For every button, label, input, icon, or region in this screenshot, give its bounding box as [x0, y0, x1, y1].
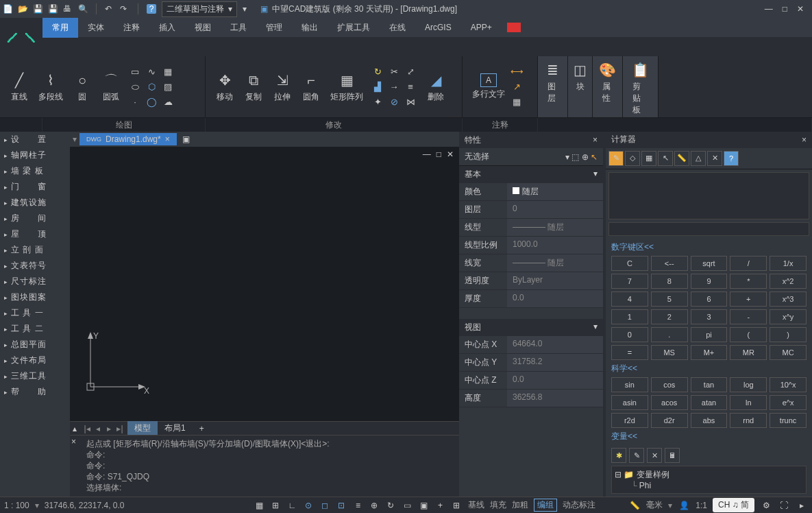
- boundary-icon[interactable]: ▨: [162, 81, 174, 93]
- calc-10x[interactable]: 10^x: [770, 377, 807, 392]
- sb-fill[interactable]: 填充: [490, 499, 506, 511]
- tab-output[interactable]: 输出: [292, 18, 328, 38]
- qat-save-icon[interactable]: 💾: [33, 4, 42, 14]
- array-button[interactable]: ▦矩形阵列: [326, 59, 367, 115]
- block-button[interactable]: ◫块: [574, 59, 587, 94]
- nav-last-icon[interactable]: ▸|: [115, 424, 125, 433]
- polar-icon[interactable]: ⊙: [302, 499, 315, 512]
- move-button[interactable]: ✥移动: [211, 59, 238, 115]
- calc-5[interactable]: 5: [651, 291, 688, 307]
- lp-tools1[interactable]: 工 具 一: [0, 305, 70, 321]
- join-icon[interactable]: ⋈: [404, 96, 417, 108]
- model-icon[interactable]: ▭: [401, 499, 413, 512]
- calc-abs[interactable]: abs: [691, 413, 728, 428]
- close-icon[interactable]: ✕: [797, 4, 804, 14]
- point-icon[interactable]: ∙: [129, 96, 141, 108]
- calc-dist-icon[interactable]: 📏: [674, 151, 689, 166]
- spline-icon[interactable]: ∿: [145, 66, 158, 78]
- lp-3dtools[interactable]: 三维工具: [0, 368, 70, 384]
- pickadd-icon[interactable]: ⊕: [582, 152, 589, 162]
- calc-9[interactable]: 9: [691, 274, 728, 289]
- minimize-icon[interactable]: —: [765, 4, 773, 14]
- new-tab-button[interactable]: ▣: [177, 133, 195, 145]
- panel-close-icon[interactable]: ×: [593, 135, 598, 145]
- calc-acos[interactable]: acos: [651, 395, 688, 410]
- scale-display[interactable]: 1 : 100: [4, 501, 29, 510]
- qat-saveas-icon[interactable]: 💾: [48, 4, 58, 14]
- person-icon[interactable]: 👤: [678, 499, 690, 512]
- sb-baseline[interactable]: 基线: [468, 499, 484, 511]
- calc-history-icon[interactable]: ◇: [625, 151, 640, 166]
- layout-tab[interactable]: 布局1: [158, 421, 193, 436]
- tab-app[interactable]: APP+: [461, 19, 502, 36]
- leader-icon[interactable]: ↗: [510, 81, 523, 93]
- prop-row-height[interactable]: 高度36256.8: [459, 390, 603, 407]
- lp-wall-beam[interactable]: 墙 梁 板: [0, 163, 70, 179]
- calc-trunc[interactable]: trunc: [770, 413, 807, 428]
- qat-redo-icon[interactable]: ↷: [120, 4, 130, 14]
- nav-prev-icon[interactable]: ◂: [93, 424, 103, 433]
- prop-row-lweight[interactable]: 线宽———— 随层: [459, 254, 603, 272]
- tab-insert[interactable]: 插入: [149, 18, 185, 38]
- calc-mc[interactable]: MC: [770, 345, 807, 360]
- calc-clear-icon[interactable]: ✎: [608, 151, 624, 166]
- lp-settings[interactable]: 设 置: [0, 132, 70, 147]
- prop-row-cx[interactable]: 中心点 X64664.0: [459, 336, 603, 354]
- calc-ex[interactable]: e^x: [770, 395, 807, 410]
- var-calc-icon[interactable]: 🖩: [665, 448, 680, 463]
- donut-icon[interactable]: ◯: [145, 96, 158, 108]
- tab-manage[interactable]: 管理: [256, 18, 292, 38]
- cycle-icon[interactable]: ↻: [384, 499, 397, 512]
- viewport-maximize-icon[interactable]: □: [436, 150, 441, 159]
- ortho-icon[interactable]: ∟: [286, 499, 298, 512]
- line-button[interactable]: ╱直线: [5, 59, 33, 115]
- var-del-icon[interactable]: ✕: [647, 448, 662, 463]
- sb-bold[interactable]: 加粗: [512, 499, 528, 511]
- calc-input[interactable]: [608, 222, 809, 236]
- numpad-header[interactable]: 数字键区<<: [606, 239, 812, 256]
- model-tab[interactable]: 模型: [127, 421, 158, 436]
- prop-row-color[interactable]: 颜色随层: [459, 183, 603, 201]
- calc-0[interactable]: 0: [611, 327, 648, 342]
- grid-icon[interactable]: ▦: [253, 499, 265, 512]
- select-icon[interactable]: ↖: [591, 152, 598, 162]
- calc-r2d[interactable]: r2d: [611, 413, 648, 428]
- calc-ln[interactable]: ln: [730, 395, 767, 410]
- mtext-button[interactable]: A多行文字: [468, 59, 509, 115]
- break-icon[interactable]: ⊘: [388, 96, 400, 108]
- workspace-dropdown[interactable]: 二维草图与注释 ▾: [162, 1, 237, 17]
- extend-icon[interactable]: →: [388, 81, 400, 93]
- polyline-button[interactable]: ⌇多段线: [34, 59, 67, 115]
- calc-rnd[interactable]: rnd: [730, 413, 767, 428]
- document-tab[interactable]: DWG Drawing1.dwg* ×: [79, 133, 177, 145]
- calc-rpar[interactable]: ): [770, 327, 807, 342]
- add-layout-button[interactable]: +: [193, 422, 211, 435]
- calc-help-icon[interactable]: ?: [724, 151, 739, 166]
- clipboard-button[interactable]: 📋剪贴板: [628, 59, 652, 117]
- tab-annotate[interactable]: 注释: [114, 18, 149, 38]
- tab-chevron-icon[interactable]: ▾: [70, 134, 79, 144]
- tab-view[interactable]: 视图: [185, 18, 221, 38]
- calc-div[interactable]: /: [730, 256, 767, 271]
- variable-tree[interactable]: ⊟ 📁 变量样例 └ Phi: [611, 466, 807, 494]
- calc-1[interactable]: 1: [611, 309, 648, 324]
- tab-ext[interactable]: 扩展工具: [328, 18, 380, 38]
- rotate-icon[interactable]: ↻: [371, 66, 384, 78]
- dyn-icon[interactable]: ⊕: [368, 499, 380, 512]
- flag-icon[interactable]: [507, 23, 521, 32]
- calc-mplus[interactable]: M+: [691, 345, 728, 360]
- close-tab-icon[interactable]: ×: [165, 134, 170, 144]
- tab-entity[interactable]: 实体: [78, 18, 114, 38]
- calc-cos[interactable]: cos: [651, 377, 688, 392]
- viewport-minimize-icon[interactable]: —: [423, 150, 431, 159]
- chevron-down-icon[interactable]: ▾: [243, 4, 247, 14]
- unit-label[interactable]: 毫米: [646, 499, 663, 511]
- lp-facilities[interactable]: 建筑设施: [0, 195, 70, 211]
- prop-row-cy[interactable]: 中心点 Y31758.2: [459, 354, 603, 372]
- calc-asin[interactable]: asin: [611, 395, 648, 410]
- app-logo[interactable]: ⟋⟍: [0, 18, 42, 56]
- command-line[interactable]: × 起点或 [矩形布墙(R)/沿轴布墙(S)/等分加墙(D)/图取墙体(X)]<…: [70, 435, 459, 497]
- lp-door-window[interactable]: 门 窗: [0, 179, 70, 195]
- var-edit-icon[interactable]: ✎: [629, 448, 644, 463]
- copy-button[interactable]: ⧉复制: [240, 59, 267, 115]
